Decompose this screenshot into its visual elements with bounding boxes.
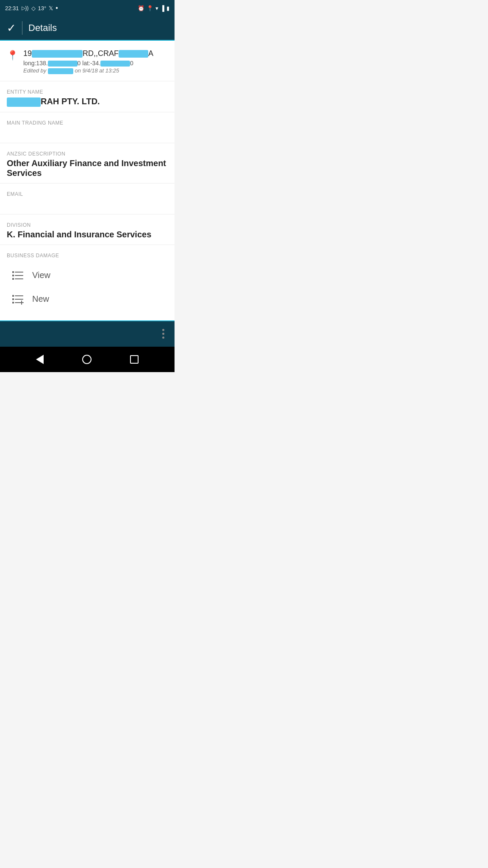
coords-redact-1 [48, 61, 78, 67]
page-title: Details [28, 22, 57, 33]
dot-icon: • [55, 5, 58, 11]
wifi-icon: ▾ [155, 5, 158, 11]
app-header: ✓ Details [0, 16, 175, 41]
entity-name-value: RAH PTY. LTD. [7, 97, 168, 107]
back-icon [36, 355, 44, 364]
business-damage-section: BUSINESS DAMAGE View [0, 245, 175, 315]
address-edited: Edited by on 9/4/18 at 13:25 [23, 67, 168, 74]
status-left: 22:31 ▷)) ◇ 13° 𝕏 • [5, 5, 58, 11]
header-divider [22, 21, 22, 35]
entity-name-redact [7, 97, 41, 107]
back-button[interactable] [36, 355, 44, 364]
twitter-icon: 𝕏 [49, 5, 53, 11]
address-redact-2 [119, 50, 148, 58]
coords-middle: 0 lat:-34. [78, 60, 100, 67]
more-options-icon[interactable] [161, 327, 166, 340]
address-suffix: RD,,CRAF [83, 49, 119, 58]
temperature-display: 13° [38, 5, 47, 11]
anzsic-label: ANZSIC DESCRIPTION [7, 151, 168, 157]
view-label: View [32, 270, 50, 280]
view-damage-action[interactable]: View [7, 264, 168, 287]
address-section: 📍 19RD,,CRAFA long:138.0 lat:-34.0 Edite… [0, 41, 175, 81]
anzsic-section: ANZSIC DESCRIPTION Other Auxiliary Finan… [0, 143, 175, 184]
address-coords: long:138.0 lat:-34.0 [23, 60, 168, 67]
svg-rect-0 [12, 271, 14, 273]
trading-name-value [7, 128, 168, 138]
time-display: 22:31 [5, 5, 19, 11]
home-icon [82, 355, 92, 364]
status-bar: 22:31 ▷)) ◇ 13° 𝕏 • ⏰ 📍 ▾ ▐ ▮ [0, 0, 175, 16]
svg-rect-8 [12, 298, 14, 300]
division-section: DIVISION K. Financial and Insurance Serv… [0, 214, 175, 245]
new-label: New [32, 294, 49, 304]
pin-icon: 📍 [7, 50, 18, 61]
location-icon: 📍 [147, 5, 153, 11]
list-view-icon [10, 268, 25, 283]
svg-rect-9 [15, 299, 23, 300]
address-info: 19RD,,CRAFA long:138.0 lat:-34.0 Edited … [23, 49, 168, 74]
svg-rect-2 [12, 275, 14, 276]
more-dot-1 [162, 329, 164, 331]
svg-rect-1 [15, 272, 23, 273]
main-content: 📍 19RD,,CRAFA long:138.0 lat:-34.0 Edite… [0, 41, 175, 321]
media-control-icon: ▷)) [22, 5, 29, 11]
email-value [7, 199, 168, 209]
email-section: EMAIL [0, 184, 175, 214]
battery-icon: ▮ [166, 5, 169, 11]
recents-icon [130, 355, 139, 364]
anzsic-value: Other Auxiliary Finance and Investment S… [7, 159, 168, 178]
android-nav-bar [0, 347, 175, 372]
coords-prefix: long:138. [23, 60, 48, 67]
business-damage-label: BUSINESS DAMAGE [7, 253, 168, 259]
address-prefix: 19 [23, 49, 32, 58]
recents-button[interactable] [130, 355, 139, 364]
address-end: A [148, 49, 153, 58]
edited-prefix: Edited by [23, 67, 46, 74]
svg-rect-10 [12, 302, 14, 303]
division-value: K. Financial and Insurance Services [7, 230, 168, 239]
more-dot-3 [162, 337, 164, 339]
trading-name-section: MAIN TRADING NAME [0, 112, 175, 143]
entity-name-text: RAH PTY. LTD. [41, 97, 100, 106]
entity-name-label: ENTITY NAME [7, 89, 168, 95]
status-right: ⏰ 📍 ▾ ▐ ▮ [138, 5, 169, 11]
bottom-action-bar [0, 321, 175, 347]
svg-rect-7 [15, 295, 23, 296]
coords-end: 0 [130, 60, 133, 67]
editor-redact [48, 68, 73, 74]
division-label: DIVISION [7, 222, 168, 228]
home-button[interactable] [82, 355, 92, 364]
signal-icon: ▐ [161, 5, 164, 11]
coords-redact-2 [100, 61, 130, 67]
svg-rect-5 [15, 278, 23, 279]
svg-rect-4 [12, 278, 14, 280]
diamond-icon: ◇ [31, 5, 36, 11]
email-label: EMAIL [7, 191, 168, 197]
address-title: 19RD,,CRAFA [23, 49, 168, 58]
entity-name-section: ENTITY NAME RAH PTY. LTD. [0, 81, 175, 112]
svg-rect-6 [12, 295, 14, 297]
new-damage-action[interactable]: New [7, 287, 168, 311]
alarm-icon: ⏰ [138, 5, 144, 11]
confirm-icon[interactable]: ✓ [7, 22, 16, 33]
address-redact-1 [32, 50, 83, 58]
list-new-icon [10, 292, 25, 307]
more-dot-2 [162, 333, 164, 335]
edited-suffix: on 9/4/18 at 13:25 [75, 67, 119, 74]
svg-rect-3 [15, 275, 23, 276]
trading-name-label: MAIN TRADING NAME [7, 120, 168, 126]
